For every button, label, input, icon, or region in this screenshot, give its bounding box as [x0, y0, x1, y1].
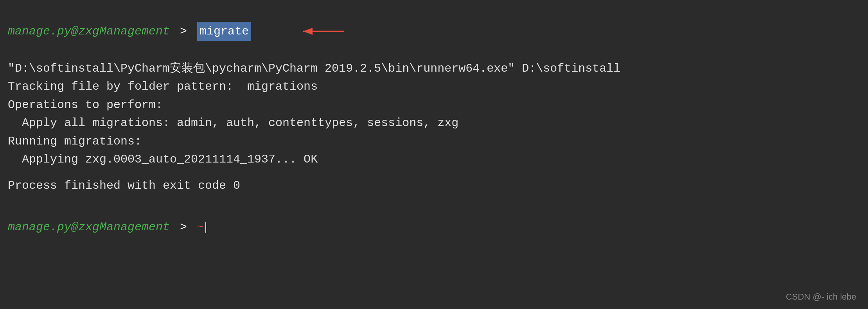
- applying-line: Applying zxg.0003_auto_20211114_1937... …: [8, 150, 860, 169]
- tracking-line: Tracking file by folder pattern: migrati…: [8, 78, 860, 96]
- operations-line: Operations to perform:: [8, 96, 860, 114]
- prompt-arrow-1: >: [173, 22, 194, 41]
- prompt-arrow-2: >: [173, 218, 194, 237]
- running-text: Running migrations:: [8, 132, 142, 151]
- red-arrow-icon: [257, 4, 346, 59]
- tilde-char: ~: [197, 219, 204, 236]
- watermark: CSDN @- ich lebe: [786, 292, 856, 302]
- path-line: "D:\softinstall\PyCharm安装包\pycharm\PyCha…: [8, 60, 860, 78]
- process-finished-text: Process finished with exit code 0: [8, 177, 240, 195]
- prompt-username-2: manage.py@zxgManagement: [8, 218, 170, 237]
- terminal-cursor[interactable]: [205, 222, 206, 233]
- running-line: Running migrations:: [8, 132, 860, 151]
- prompt-line-2[interactable]: manage.py@zxgManagement > ~: [8, 218, 860, 237]
- apply-line: Apply all migrations: admin, auth, conte…: [8, 114, 860, 132]
- path-text: "D:\softinstall\PyCharm安装包\pycharm\PyCha…: [8, 60, 620, 78]
- prompt-line-1: manage.py@zxgManagement > migrate: [8, 4, 860, 59]
- command-migrate: migrate: [197, 22, 251, 41]
- blank-line-3: [8, 202, 860, 210]
- applying-text: Applying zxg.0003_auto_20211114_1937... …: [8, 150, 318, 169]
- operations-text: Operations to perform:: [8, 96, 163, 114]
- tracking-text: Tracking file by folder pattern: migrati…: [8, 78, 318, 96]
- blank-line-1: [8, 169, 860, 177]
- apply-text: Apply all migrations: admin, auth, conte…: [8, 114, 458, 132]
- terminal-window: manage.py@zxgManagement > migrate "D:\so…: [0, 0, 868, 309]
- blank-line-2: [8, 195, 860, 202]
- process-finished-line: Process finished with exit code 0: [8, 177, 860, 195]
- blank-line-4: [8, 210, 860, 218]
- prompt-username-1: manage.py@zxgManagement: [8, 22, 170, 41]
